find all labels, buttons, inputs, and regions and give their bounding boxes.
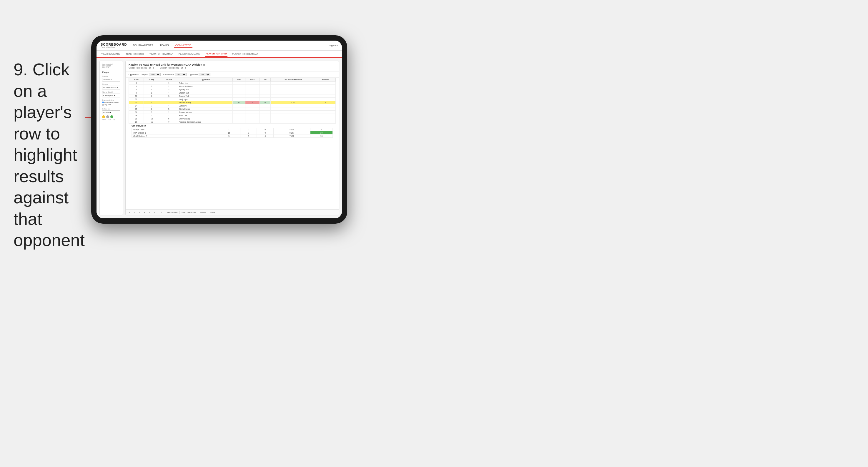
colour-select[interactable]: Win/loss ▾: [102, 111, 120, 114]
last-updated: Last Updated: 27/03/2024 16:55:38: [102, 63, 120, 68]
dot-up: [110, 115, 113, 118]
sign-out-button[interactable]: Sign out: [329, 44, 338, 47]
content-area: Last Updated: 27/03/2024 16:55:38 Player…: [96, 58, 342, 218]
tab-team-h2h-heatmap[interactable]: TEAM H2H HEATMAP: [149, 52, 174, 57]
col-diff: Diff Av Strokes/Rnd: [270, 78, 315, 82]
record-row: Overall Record: 353 - 34 - 6 Division Re…: [129, 67, 336, 69]
col-div: # Div: [129, 78, 144, 82]
colour-dots: [102, 115, 120, 118]
out-table-row[interactable]: NCAA Division 25007.40010: [132, 134, 333, 138]
opp-option-top100[interactable]: Top 100: [102, 104, 120, 106]
tab-team-summary[interactable]: TEAM SUMMARY: [101, 52, 121, 57]
tab-team-h2h-grid[interactable]: TEAM H2H GRID: [125, 52, 145, 57]
out-table-row[interactable]: Foreign Team1004.5002: [132, 128, 333, 131]
back-button[interactable]: ↶: [138, 211, 141, 214]
col-rounds: Rounds: [315, 78, 336, 82]
table-header-row: # Div # Reg # Conf Opponent Win Loss Tie…: [129, 78, 336, 82]
opponent-view-section: Opponent view Opponents Played Top 100: [102, 99, 120, 106]
conference-select[interactable]: (All): [175, 73, 187, 76]
out-table-row[interactable]: NAIA Division 115009.26730: [132, 131, 333, 134]
main-content: Katelyn Vo Head-to-Head Grid for Women's…: [125, 61, 339, 215]
division-label: Division: [102, 83, 120, 85]
table-row[interactable]: 522Alexis Sudjianto: [129, 85, 336, 88]
conference-filter: Conference (All): [163, 73, 186, 76]
logo-text: SCOREBOARD: [101, 43, 127, 46]
logo-sub: Powered by clippd: [101, 46, 127, 48]
out-title: Out of division: [131, 125, 333, 127]
gender-select[interactable]: Women's ▾: [102, 78, 120, 82]
col-reg: # Reg: [144, 78, 160, 82]
colour-label: Colour by: [102, 108, 120, 110]
annotation-text: 9. Click on a player's row to highlight …: [13, 59, 90, 251]
table-row[interactable]: 131Jessica Huang010-3.002: [129, 101, 336, 104]
share-button[interactable]: Share: [210, 212, 215, 213]
table-row[interactable]: 1474Eunice Yi: [129, 104, 336, 107]
tablet-screen: SCOREBOARD Powered by clippd TOURNAMENTS…: [96, 41, 342, 218]
toolbar-sep3: [179, 211, 180, 214]
grid-header: Katelyn Vo Head-to-Head Grid for Women's…: [126, 61, 339, 71]
logo: SCOREBOARD Powered by clippd: [101, 43, 127, 48]
out-division-table: Foreign Team1004.5002NAIA Division 11500…: [131, 128, 333, 138]
tab-player-h2h-grid[interactable]: PLAYER H2H GRID: [205, 51, 227, 57]
opp-view-label: Opponent view: [102, 99, 120, 101]
region-filter: Region (All): [142, 73, 161, 76]
h2h-table: # Div # Reg # Conf Opponent Win Loss Tie…: [129, 78, 336, 124]
tab-player-summary[interactable]: PLAYER SUMMARY: [178, 52, 201, 57]
opponent-select[interactable]: (All): [198, 73, 210, 76]
time-button[interactable]: ◷: [160, 211, 163, 214]
region-select[interactable]: (All): [149, 73, 161, 76]
opp-option-played[interactable]: Opponents Played: [102, 101, 120, 103]
col-conf: # Conf: [160, 78, 178, 82]
filters-row: Opponents: Region (All) Conference (All): [126, 71, 339, 78]
view-original-button[interactable]: View: Original: [167, 212, 178, 213]
gender-label: Gender: [102, 75, 120, 77]
table-row[interactable]: 1822Euna Lee: [129, 114, 336, 117]
opponents-label: Opponents:: [129, 73, 139, 75]
sub-nav: TEAM SUMMARY TEAM H2H GRID TEAM H2H HEAT…: [96, 51, 342, 58]
undo-button[interactable]: ↩: [128, 211, 131, 214]
col-tie: Tie: [260, 78, 270, 82]
save-custom-button[interactable]: Save Custom View: [181, 212, 196, 213]
data-table-wrap: # Div # Reg # Conf Opponent Win Loss Tie…: [126, 78, 339, 209]
table-row[interactable]: 1585Stella Cheng: [129, 107, 336, 111]
table-row[interactable]: 914Sharon Mun: [129, 91, 336, 94]
table-row[interactable]: 613Sydney Kuo: [129, 88, 336, 91]
cut-button[interactable]: ✂: [148, 211, 151, 214]
nav-links: TOURNAMENTS TEAMS COMMITTEE: [131, 43, 329, 48]
table-row[interactable]: 12Heeji Hyun: [129, 98, 336, 101]
table-row[interactable]: 1063Andrea York: [129, 94, 336, 98]
col-opponent: Opponent: [178, 78, 232, 82]
toolbar-sep1: [158, 211, 158, 214]
nav-committee[interactable]: COMMITTEE: [174, 43, 192, 48]
player-rank-label: Player (Rank): [102, 91, 120, 93]
col-win: Win: [233, 78, 245, 82]
top-nav: SCOREBOARD Powered by clippd TOURNAMENTS…: [96, 41, 342, 51]
redo-button[interactable]: ↪: [133, 211, 136, 214]
nav-teams[interactable]: TEAMS: [159, 43, 170, 48]
col-loss: Loss: [245, 78, 260, 82]
colour-section: Colour by Win/loss ▾ Down Level Up: [102, 108, 120, 121]
sidebar: Last Updated: 27/03/2024 16:55:38 Player…: [99, 61, 123, 215]
division-record: Division Record: 331 - 34 - 6: [160, 67, 186, 69]
plus-button[interactable]: +: [153, 211, 156, 214]
add-button[interactable]: ⊕: [143, 211, 146, 214]
toolbar-sep5: [208, 211, 208, 214]
opponent-filter: Opponent (All): [189, 73, 211, 76]
grid-title: Katelyn Vo Head-to-Head Grid for Women's…: [129, 63, 336, 66]
out-of-division: Out of division Foreign Team1004.5002NAI…: [129, 124, 336, 139]
player-section-title: Player: [102, 71, 120, 73]
bottom-toolbar: ↩ ↪ ↶ ⊕ ✂ + ◷ View: Original Save Custom…: [126, 209, 339, 215]
tablet-frame: SCOREBOARD Powered by clippd TOURNAMENTS…: [91, 35, 347, 224]
watch-button[interactable]: Watch ▾: [200, 211, 206, 213]
table-row[interactable]: 20117Federica Domecq Lacroze: [129, 120, 336, 124]
table-row[interactable]: 1691Jessica Mason: [129, 111, 336, 114]
tab-player-h2h-heatmap[interactable]: PLAYER H2H HEATMAP: [231, 52, 259, 57]
nav-tournaments[interactable]: TOURNAMENTS: [131, 43, 154, 48]
table-row[interactable]: 19106Emily Chang: [129, 117, 336, 120]
player-select[interactable]: 8. Katelyn Vo ▾: [102, 94, 120, 97]
table-row[interactable]: 31Esther Lee: [129, 82, 336, 85]
dot-labels: Down Level Up: [102, 119, 120, 121]
division-select[interactable]: NCAA Division III ▾: [102, 86, 120, 89]
toolbar-sep2: [165, 211, 165, 214]
toolbar-sep4: [198, 211, 198, 214]
